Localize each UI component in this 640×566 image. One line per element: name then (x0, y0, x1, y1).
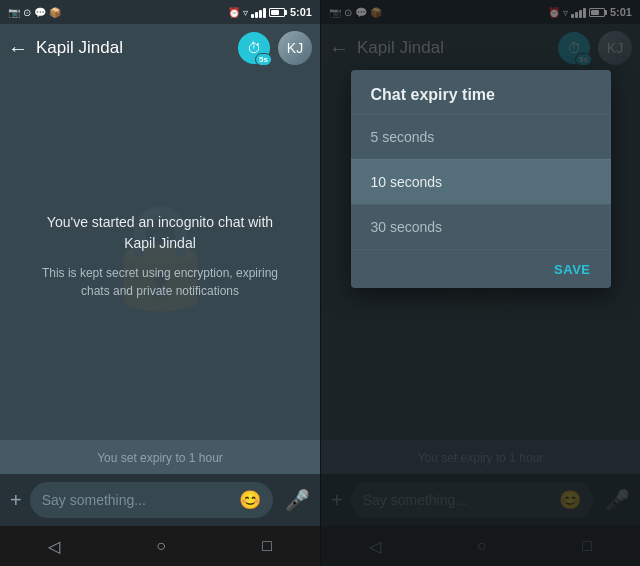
nav-home-left[interactable]: ○ (156, 537, 166, 555)
nav-bar-left: ◁ ○ □ (0, 526, 320, 566)
nav-back-left[interactable]: ◁ (48, 537, 60, 556)
left-phone-panel: 📷 ⊙ 💬 📦 ⏰ ▿ 5:01 ← Kapil Jindal (0, 0, 320, 566)
option-30-seconds[interactable]: 30 seconds (351, 204, 611, 249)
message-input-left[interactable]: Say something... 😊 (30, 482, 273, 518)
app-icon: 📦 (49, 7, 61, 18)
avatar-left[interactable]: KJ (278, 31, 312, 65)
timer-badge-left[interactable]: ⏱ 5s (238, 32, 270, 64)
mic-button-left[interactable]: 🎤 (285, 488, 310, 512)
instagram-icon: 📷 (8, 7, 20, 18)
emoji-button-left[interactable]: 😊 (239, 489, 261, 511)
expiry-bar-left: You set expiry to 1 hour (0, 440, 320, 474)
back-button-left[interactable]: ← (8, 37, 28, 60)
chat-area-left: 🔒 You've started an incognito chat with … (0, 72, 320, 440)
dialog-overlay: Chat expiry time 5 seconds 10 seconds 30… (321, 0, 640, 566)
avatar-image-left: KJ (278, 31, 312, 65)
input-placeholder-left: Say something... (42, 492, 231, 508)
dialog-footer: SAVE (351, 249, 611, 288)
incognito-message: You've started an incognito chat with Ka… (0, 192, 320, 320)
battery-icon (269, 8, 287, 17)
signal-icon (251, 6, 266, 18)
expiry-text-left: You set expiry to 1 hour (97, 451, 223, 465)
save-button[interactable]: SAVE (554, 262, 590, 277)
wifi-icon: ▿ (243, 7, 248, 18)
bottom-input-left: + Say something... 😊 🎤 (0, 474, 320, 526)
status-right-left: ⏰ ▿ 5:01 (228, 6, 312, 18)
alarm-icon: ⏰ (228, 7, 240, 18)
timer-count-left: 5s (255, 53, 272, 66)
camera-icon: ⊙ (23, 7, 31, 18)
nav-recent-left[interactable]: □ (262, 537, 272, 555)
incognito-sub-text: This is kept secret using encryption, ex… (30, 264, 290, 300)
option-5-seconds[interactable]: 5 seconds (351, 114, 611, 159)
top-bar-actions-left: ⏱ 5s KJ (238, 31, 312, 65)
chat-title-left: Kapil Jindal (36, 38, 230, 58)
right-phone-panel: 📷 ⊙ 💬 📦 ⏰ ▿ 5:01 ← Kapil Jindal (320, 0, 640, 566)
add-attachment-button-left[interactable]: + (10, 489, 22, 512)
status-time-left: 5:01 (290, 6, 312, 18)
status-icons-left: 📷 ⊙ 💬 📦 (8, 7, 61, 18)
status-bar-left: 📷 ⊙ 💬 📦 ⏰ ▿ 5:01 (0, 0, 320, 24)
top-bar-left: ← Kapil Jindal ⏱ 5s KJ (0, 24, 320, 72)
chat-icon: 💬 (34, 7, 46, 18)
dialog-title: Chat expiry time (351, 70, 611, 114)
chat-expiry-dialog: Chat expiry time 5 seconds 10 seconds 30… (351, 70, 611, 288)
option-10-seconds[interactable]: 10 seconds (351, 159, 611, 204)
incognito-main-text: You've started an incognito chat with Ka… (30, 212, 290, 254)
